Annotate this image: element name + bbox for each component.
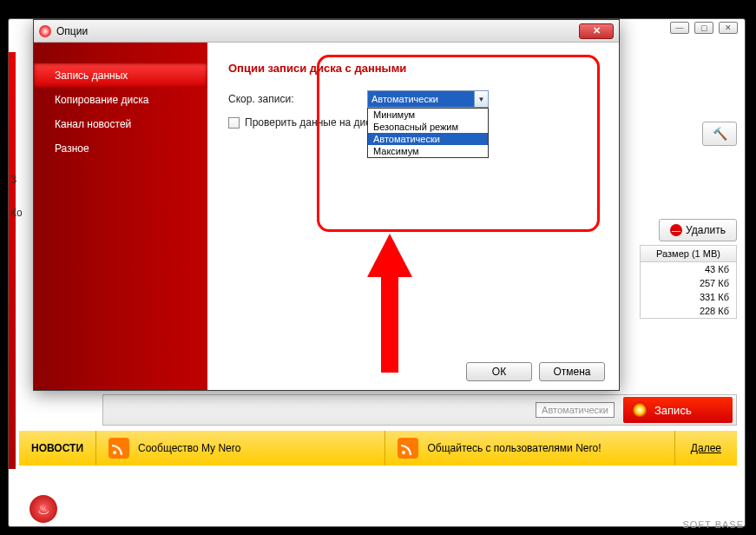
chevron-down-icon[interactable]: ▼ bbox=[474, 91, 488, 107]
size-cell: 331 Кб bbox=[641, 290, 736, 304]
nav-item-copy-disc[interactable]: Копирование диска bbox=[34, 88, 207, 112]
annotation-arrow bbox=[364, 234, 416, 373]
rss-icon bbox=[398, 438, 418, 459]
burn-label: Запись bbox=[654, 404, 692, 417]
cancel-button[interactable]: Отмена bbox=[539, 362, 605, 381]
dropdown-option-safe[interactable]: Безопасный режим bbox=[368, 121, 488, 133]
size-header[interactable]: Размер (1 МВ) bbox=[641, 246, 736, 262]
minimize-button[interactable]: — bbox=[670, 22, 689, 34]
speed-combobox[interactable]: Автоматически ▼ Минимум Безопасный режим… bbox=[367, 90, 489, 108]
dropdown-option-min[interactable]: Минимум bbox=[368, 109, 488, 121]
size-column: Размер (1 МВ) 43 Кб 257 Кб 331 Кб 228 Кб bbox=[640, 245, 737, 319]
news-item-1[interactable]: Сообщество My Nero bbox=[96, 438, 385, 459]
rss-icon bbox=[108, 438, 129, 459]
close-button[interactable]: ✕ bbox=[719, 22, 738, 34]
dropdown-option-max[interactable]: Максимум bbox=[368, 145, 488, 157]
news-text: Сообщество My Nero bbox=[138, 442, 240, 454]
watermark: SOFT BASE bbox=[682, 519, 744, 530]
nav-item-news-channel[interactable]: Канал новостей bbox=[34, 112, 207, 136]
tool-button[interactable]: 🔨 bbox=[702, 122, 737, 146]
flame-icon: ♨ bbox=[37, 501, 49, 518]
svg-marker-0 bbox=[367, 234, 412, 373]
verify-label: Проверить данные на диске bbox=[245, 116, 381, 129]
dialog-title: Опции bbox=[56, 25, 574, 37]
news-heading: НОВОСТИ bbox=[19, 442, 95, 454]
news-text: Общайтесь с пользователями Nero! bbox=[427, 442, 601, 454]
truncated-label-1: З bbox=[10, 174, 16, 186]
app-orb-icon[interactable]: ♨ bbox=[28, 493, 59, 525]
burn-icon bbox=[632, 402, 648, 418]
size-cell: 257 Кб bbox=[641, 276, 736, 290]
burn-toolbar: Автоматически Запись bbox=[102, 394, 737, 426]
dropdown-option-auto[interactable]: Автоматически bbox=[368, 133, 488, 145]
remove-icon: — bbox=[670, 224, 682, 236]
dialog-titlebar: Опции ✕ bbox=[34, 20, 619, 43]
ok-button[interactable]: ОК bbox=[466, 362, 532, 381]
speed-label: Скор. записи: bbox=[228, 93, 367, 105]
speed-readonly: Автоматически bbox=[536, 402, 615, 418]
maximize-button[interactable]: ▢ bbox=[694, 22, 713, 34]
nav-item-data-burn[interactable]: Запись данных bbox=[34, 63, 207, 88]
news-item-2[interactable]: Общайтесь с пользователями Nero! bbox=[385, 438, 674, 459]
dialog-app-icon bbox=[39, 25, 51, 37]
news-more-link[interactable]: Далее bbox=[675, 442, 737, 454]
news-bar: НОВОСТИ Сообщество My Nero Общайтесь с п… bbox=[19, 431, 737, 466]
options-content: Опции записи диска с данными Скор. запис… bbox=[207, 43, 619, 390]
options-dialog: Опции ✕ Запись данных Копирование диска … bbox=[33, 19, 620, 391]
section-title: Опции записи диска с данными bbox=[228, 62, 598, 75]
dialog-close-button[interactable]: ✕ bbox=[579, 23, 614, 39]
verify-checkbox[interactable] bbox=[228, 117, 240, 129]
truncated-label-2: Ко bbox=[10, 207, 23, 219]
size-cell: 228 Кб bbox=[641, 304, 736, 318]
left-accent-strip bbox=[9, 52, 16, 469]
hammer-icon: 🔨 bbox=[713, 127, 727, 141]
nav-item-misc[interactable]: Разное bbox=[34, 136, 207, 161]
speed-dropdown: Минимум Безопасный режим Автоматически М… bbox=[367, 108, 489, 158]
delete-label: Удалить bbox=[686, 224, 726, 236]
speed-value: Автоматически bbox=[368, 91, 474, 107]
options-nav: Запись данных Копирование диска Канал но… bbox=[34, 43, 207, 390]
size-cell: 43 Кб bbox=[641, 262, 736, 276]
burn-button[interactable]: Запись bbox=[623, 397, 733, 423]
delete-button[interactable]: — Удалить bbox=[659, 219, 737, 241]
